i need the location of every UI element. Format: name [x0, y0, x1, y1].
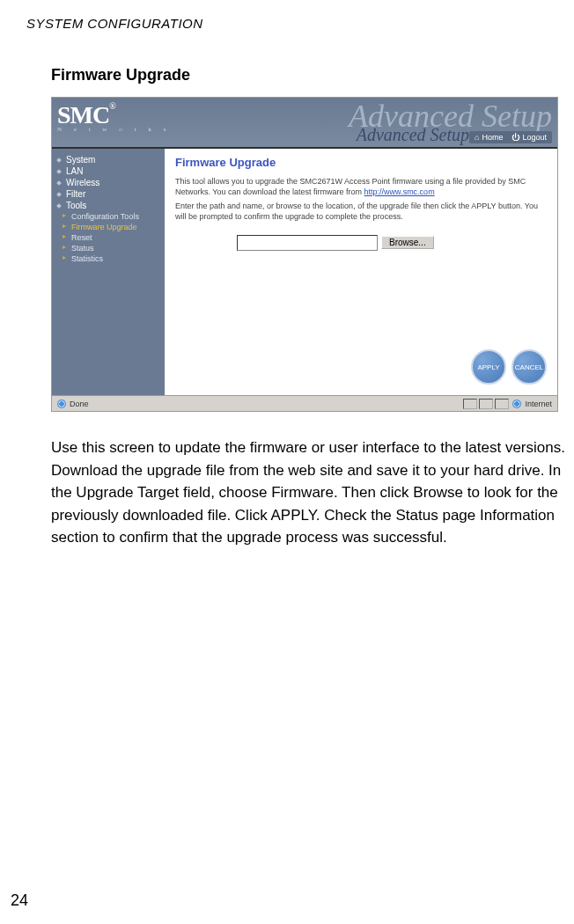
internet-zone-icon	[512, 400, 521, 408]
browser-status-bar: Done Internet	[52, 395, 557, 411]
main-title: Firmware Upgrade	[175, 156, 547, 169]
sidebar-item-label: Statistics	[71, 254, 103, 263]
sidebar-item-label: Status	[71, 244, 94, 253]
status-sections	[463, 399, 509, 409]
page-body-text: Use this screen to update the firmware o…	[51, 436, 570, 549]
sidebar-item-filter[interactable]: Filter	[57, 188, 159, 200]
cancel-button[interactable]: CANCEL	[511, 349, 547, 385]
app-banner: SMC® N e t w o r k s Advanced Setup Adva…	[52, 98, 557, 149]
logo-registered: ®	[109, 101, 116, 111]
status-right: Internet	[463, 399, 552, 409]
logout-icon: ⏻	[511, 133, 519, 142]
sidebar-sub-reset[interactable]: Reset	[57, 232, 159, 243]
sidebar-item-tools[interactable]: Tools	[57, 200, 159, 211]
sidebar-item-label: Firmware Upgrade	[71, 223, 137, 231]
status-left: Done	[57, 400, 89, 408]
section-title: Firmware Upgrade	[51, 66, 548, 84]
embedded-screenshot: SMC® N e t w o r k s Advanced Setup Adva…	[51, 97, 558, 412]
logout-link-label: Logout	[522, 133, 547, 142]
firmware-file-input[interactable]	[237, 235, 378, 251]
smc-download-link[interactable]: http://www.smc.com	[364, 187, 435, 196]
sidebar-sub-status[interactable]: Status	[57, 243, 159, 253]
sidebar-item-label: System	[66, 155, 95, 165]
main-paragraph-1: This tool allows you to upgrade the SMC2…	[175, 176, 547, 197]
sidebar-sub-firmware-upgrade[interactable]: Firmware Upgrade	[57, 222, 159, 232]
status-zone-text: Internet	[525, 400, 552, 408]
apply-button[interactable]: APPLY	[471, 349, 506, 385]
sidebar-sub-statistics[interactable]: Statistics	[57, 253, 159, 264]
content-row: System LAN Wireless Filter Tools Configu…	[52, 149, 557, 395]
sidebar-item-label: Reset	[71, 233, 92, 242]
page-running-header: SYSTEM CONFIGURATION	[26, 16, 548, 31]
sidebar-item-label: LAN	[66, 166, 83, 176]
sidebar-item-system[interactable]: System	[57, 154, 159, 165]
banner-overlay-title: Advanced Setup	[357, 125, 469, 145]
main-paragraph-1-text: This tool allows you to upgrade the SMC2…	[175, 177, 526, 196]
page-number: 24	[11, 891, 28, 910]
sidebar-sub-config-tools[interactable]: Configuration Tools	[57, 211, 159, 222]
logout-link[interactable]: ⏻ Logout	[511, 133, 547, 142]
home-link[interactable]: ⌂ Home	[475, 133, 503, 142]
home-icon: ⌂	[475, 133, 479, 142]
smc-logo: SMC® N e t w o r k s	[57, 101, 171, 133]
sidebar-item-label: Filter	[66, 189, 85, 199]
sidebar-nav: System LAN Wireless Filter Tools Configu…	[52, 149, 165, 395]
sidebar-item-lan[interactable]: LAN	[57, 165, 159, 177]
browse-button[interactable]: Browse...	[381, 236, 434, 249]
status-done-text: Done	[70, 400, 89, 408]
upload-row: Browse...	[237, 235, 547, 251]
home-link-label: Home	[482, 133, 503, 142]
banner-top-links: ⌂ Home ⏻ Logout	[469, 131, 552, 143]
action-buttons: APPLY CANCEL	[471, 349, 547, 385]
sidebar-item-label: Configuration Tools	[71, 212, 139, 221]
logo-text: SMC	[57, 101, 109, 128]
sidebar-item-label: Tools	[66, 201, 86, 210]
sidebar-item-wireless[interactable]: Wireless	[57, 177, 159, 188]
sidebar-item-label: Wireless	[66, 178, 99, 187]
logo-subtext: N e t w o r k s	[57, 126, 171, 133]
browser-window: SMC® N e t w o r k s Advanced Setup Adva…	[51, 97, 558, 412]
main-paragraph-2: Enter the path and name, or browse to th…	[175, 201, 547, 222]
ie-icon	[57, 400, 66, 408]
main-content-pane: Firmware Upgrade This tool allows you to…	[165, 149, 557, 395]
